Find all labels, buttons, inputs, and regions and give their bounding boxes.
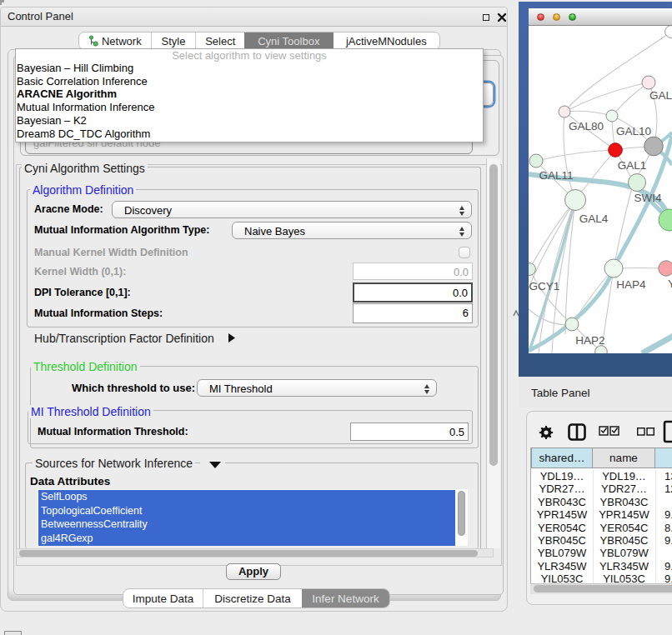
svg-text:Y: Y <box>668 278 672 290</box>
svg-text:HAP2: HAP2 <box>575 334 604 347</box>
svg-text:SWI4: SWI4 <box>634 192 661 204</box>
svg-text:GAL2: GAL2 <box>649 89 672 102</box>
svg-text:GAL11: GAL11 <box>539 169 573 182</box>
svg-text:GCY1: GCY1 <box>529 280 560 292</box>
svg-text:GAL10: GAL10 <box>616 125 651 138</box>
svg-text:GAL1: GAL1 <box>618 159 647 172</box>
svg-text:HAP4: HAP4 <box>616 278 646 291</box>
svg-text:GAL4: GAL4 <box>579 212 609 225</box>
svg-text:GAL80: GAL80 <box>569 120 604 132</box>
